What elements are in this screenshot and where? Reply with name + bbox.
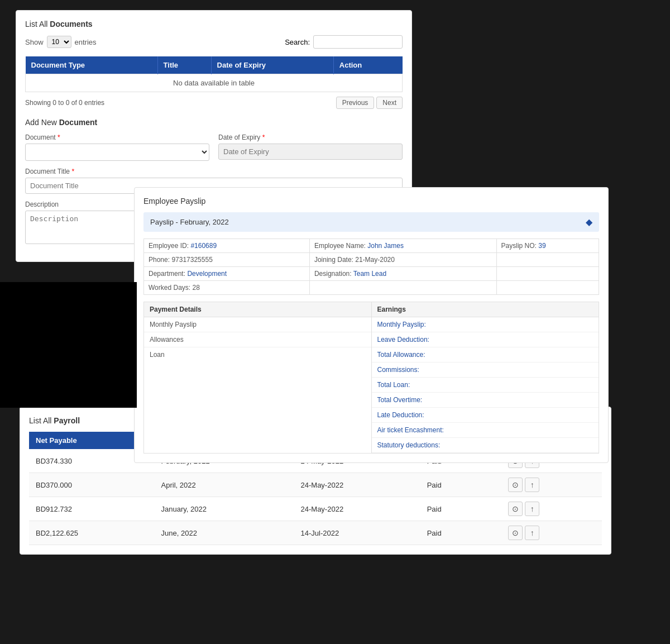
table-row: BD912.732 January, 2022 24-May-2022 Paid… [29,497,602,521]
table-row: BD2,122.625 June, 2022 14-Jul-2022 Paid … [29,521,602,545]
search-label: Search: [285,38,310,46]
cell-status: Paid [420,521,502,545]
payment-item-loan: Loan [144,347,371,362]
cell-salary-month: April, 2022 [155,473,294,497]
showing-text: Showing 0 to 0 of 0 entries [25,99,104,107]
document-field-group: Document * [25,133,209,161]
payment-section: Payment Details Monthly Payslip Allowanc… [143,302,599,454]
col-date-expiry: Date of Expiry [211,56,333,74]
earning-statutory: Statutory deductions: [372,438,599,453]
col-action: Action [333,56,402,74]
prev-button[interactable]: Previous [336,97,375,109]
phone-label: Phone: 97317325555 [144,253,310,267]
cell-net-payable: BD2,122.625 [29,521,155,545]
earning-total-overtime: Total Overtime: [372,393,599,408]
cell-action: ⊙ ↑ [501,473,602,497]
col-title: Title [157,56,211,74]
payslip-panel: Employee Payslip Payslip - February, 202… [134,187,609,463]
entries-label: entries [75,38,97,46]
payslip-info-table: Employee ID: #160689 Employee Name: John… [143,238,599,295]
earning-total-allowance: Total Allowance: [372,347,599,362]
pagination: Previous Next [336,97,403,109]
cell-salary-month: January, 2022 [155,497,294,521]
upload-action-button[interactable]: ↑ [525,478,539,492]
dept-label: Department: Development [144,267,310,281]
document-label: Document * [25,133,209,141]
search-input[interactable] [313,35,403,49]
table-footer: Showing 0 to 0 of 0 entries Previous Nex… [25,97,403,109]
cell-action: ⊙ ↑ [501,497,602,521]
cell-payroll-date: 24-May-2022 [294,497,420,521]
payment-details-header: Payment Details [144,302,371,317]
worked-days-label: Worked Days: 28 [144,281,310,295]
view-action-button[interactable]: ⊙ [508,502,523,516]
col-document-type: Document Type [26,56,158,74]
add-new-title: Add New Document [25,118,403,127]
show-entries-row: Show 10 25 50 entries [25,36,97,48]
cell-net-payable: BD912.732 [29,497,155,521]
table-row: BD370.000 April, 2022 24-May-2022 Paid ⊙… [29,473,602,497]
earning-monthly: Monthly Payslip: [372,317,599,332]
black-overlay [0,282,137,408]
payment-details-right: Earnings Monthly Payslip: Leave Deductio… [372,302,600,454]
date-expiry-label: Date of Expiry * [218,133,403,141]
table-empty-row: No data available in table [26,74,403,92]
date-expiry-field-group: Date of Expiry * [218,133,403,161]
entries-select[interactable]: 10 25 50 [47,36,71,48]
upload-action-button[interactable]: ↑ [525,502,539,516]
payment-item-monthly: Monthly Payslip [144,317,371,332]
earning-air-ticket: Air ticket Encashment: [372,423,599,438]
documents-title: List All Documents [25,20,403,28]
earnings-header: Earnings [372,302,599,317]
earning-leave: Leave Deduction: [372,332,599,347]
cell-status: Paid [420,473,502,497]
cell-net-payable: BD370.000 [29,473,155,497]
payslip-period-header: Payslip - February, 2022 ◆ [143,212,599,232]
cell-status: Paid [420,497,502,521]
no-data-message: No data available in table [26,74,403,92]
earning-late-deduction: Late Deduction: [372,408,599,423]
emp-id-label: Employee ID: #160689 [144,239,310,253]
payslip-title: Employee Payslip [143,197,599,206]
cell-payroll-date: 24-May-2022 [294,473,420,497]
cell-payroll-date: 14-Jul-2022 [294,521,420,545]
view-action-button[interactable]: ⊙ [508,478,523,492]
payslip-period: Payslip - February, 2022 [150,218,229,226]
documents-table: Document Type Title Date of Expiry Actio… [25,56,403,92]
joining-date-label: Joining Date: 21-May-2020 [309,253,496,267]
next-button[interactable]: Next [376,97,403,109]
payslip-no-label: Payslip NO: 39 [496,239,599,253]
form-row-1: Document * Date of Expiry * [25,133,403,161]
payment-item-allowances: Allowances [144,332,371,347]
show-label: Show [25,38,44,46]
designation-label: Designation: Team Lead [309,267,496,281]
date-expiry-input[interactable] [218,144,403,160]
payment-details-left: Payment Details Monthly Payslip Allowanc… [143,302,372,454]
upload-action-button[interactable]: ↑ [525,526,539,540]
search-row: Search: [285,35,403,49]
cell-salary-month: June, 2022 [155,521,294,545]
document-select[interactable] [25,144,209,161]
view-action-button[interactable]: ⊙ [508,526,523,540]
collapse-button[interactable]: ◆ [586,217,592,227]
earning-total-loan: Total Loan: [372,378,599,393]
emp-name-label: Employee Name: John James [309,239,496,253]
earning-commissions: Commissions: [372,362,599,378]
cell-action: ⊙ ↑ [501,521,602,545]
doc-title-label: Document Title * [25,168,403,175]
